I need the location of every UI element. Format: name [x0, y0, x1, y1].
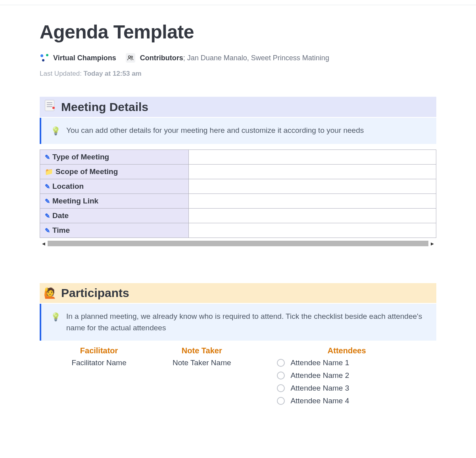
attendee-checkbox[interactable]: [277, 359, 285, 367]
meta-row: Virtual Champions Contributors; Jan Duan…: [40, 53, 436, 63]
svg-point-0: [128, 56, 130, 58]
attendee-name[interactable]: Attendee Name 3: [290, 384, 349, 393]
contributors-list: Jan Duane Manalo, Sweet Princess Matinin…: [187, 54, 329, 62]
pencil-icon: ✎: [45, 183, 50, 190]
attendee-checkbox[interactable]: [277, 372, 285, 379]
detail-label-cell[interactable]: ✎Type of Meeting: [40, 150, 189, 165]
top-divider: [0, 5, 476, 5]
bulb-icon: 💡: [51, 311, 61, 323]
detail-value-cell[interactable]: [188, 209, 436, 223]
detail-label: Time: [52, 226, 70, 234]
detail-label-cell[interactable]: ✎Time: [40, 223, 189, 238]
detail-label: Scope of Meeting: [56, 167, 118, 176]
pencil-icon: ✎: [45, 213, 50, 219]
facilitator-column: Facilitator Facilitator Name: [48, 346, 150, 409]
note-taker-label: Note Taker: [150, 346, 253, 355]
scroll-right-icon[interactable]: ►: [428, 240, 436, 247]
detail-label-cell[interactable]: ✎Date: [40, 209, 189, 223]
detail-value-cell[interactable]: [188, 179, 436, 194]
last-updated-label: Last Updated:: [40, 70, 82, 77]
attendee-checkbox[interactable]: [277, 384, 285, 392]
detail-value-cell[interactable]: [188, 194, 436, 209]
detail-label: Type of Meeting: [52, 153, 109, 161]
pencil-icon: ✎: [45, 227, 50, 234]
pencil-icon: ✎: [45, 154, 50, 161]
participants-grid: Facilitator Facilitator Name Note Taker …: [40, 346, 436, 409]
note-taker-column: Note Taker Note Taker Name: [150, 346, 253, 409]
section-title-participants: Participants: [61, 286, 129, 300]
attendee-name[interactable]: Attendee Name 2: [290, 371, 349, 380]
detail-label-cell[interactable]: 📁Scope of Meeting: [40, 165, 189, 179]
tip-box-participants: 💡 In a planned meeting, we already know …: [40, 304, 436, 341]
tip-box-meeting-details: 💡 You can add other details for your mee…: [40, 118, 436, 144]
page-title: Agenda Template: [40, 21, 436, 43]
bulb-icon: 💡: [51, 125, 61, 137]
tip-text-meeting-details: You can add other details for your meeti…: [66, 125, 364, 136]
scroll-thumb[interactable]: [48, 241, 428, 246]
table-row: 📁Scope of Meeting: [40, 165, 436, 179]
detail-label: Location: [52, 182, 84, 190]
document-container: Agenda Template Virtual Champions Contri…: [0, 21, 476, 409]
attendee-row: Attendee Name 3: [277, 384, 428, 393]
attendees-column: Attendees Attendee Name 1Attendee Name 2…: [253, 346, 428, 409]
section-header-participants: 🙋 Participants: [40, 283, 436, 303]
meeting-details-table: ✎Type of Meeting📁Scope of Meeting✎Locati…: [40, 149, 436, 238]
scroll-left-icon[interactable]: ◄: [40, 240, 48, 247]
facilitator-name[interactable]: Facilitator Name: [48, 358, 150, 367]
contributors-icon: [126, 53, 135, 63]
facilitator-label: Facilitator: [48, 346, 150, 355]
table-row: ✎Location: [40, 179, 436, 194]
detail-label: Date: [52, 211, 69, 220]
detail-value-cell[interactable]: [188, 150, 436, 165]
table-row: ✎Time: [40, 223, 436, 238]
last-updated: Last Updated: Today at 12:53 am: [40, 70, 436, 78]
table-row: ✎Date: [40, 209, 436, 223]
detail-value-cell[interactable]: [188, 165, 436, 179]
memo-icon: [44, 100, 56, 114]
section-title-meeting-details: Meeting Details: [61, 100, 148, 114]
tip-text-participants: In a planned meeting, we already know wh…: [66, 311, 427, 333]
detail-label: Meeting Link: [52, 197, 98, 205]
attendee-name[interactable]: Attendee Name 1: [290, 358, 349, 367]
raising-hand-icon: 🙋: [44, 287, 56, 299]
detail-label-cell[interactable]: ✎Location: [40, 179, 189, 194]
attendees-label: Attendees: [265, 346, 428, 355]
section-header-meeting-details: Meeting Details: [40, 97, 436, 117]
contributors-label: Contributors: [140, 54, 183, 62]
detail-label-cell[interactable]: ✎Meeting Link: [40, 194, 189, 209]
table-row: ✎Type of Meeting: [40, 150, 436, 165]
attendee-row: Attendee Name 2: [277, 371, 428, 380]
team-name: Virtual Champions: [53, 54, 116, 62]
team-logo-icon: [40, 54, 48, 62]
last-updated-value: Today at 12:53 am: [84, 70, 142, 77]
table-row: ✎Meeting Link: [40, 194, 436, 209]
svg-point-1: [131, 56, 132, 57]
folder-icon: 📁: [45, 168, 53, 176]
detail-value-cell[interactable]: [188, 223, 436, 238]
attendee-name[interactable]: Attendee Name 4: [290, 397, 349, 405]
attendee-row: Attendee Name 4: [277, 397, 428, 405]
pencil-icon: ✎: [45, 198, 50, 205]
attendee-checkbox[interactable]: [277, 397, 285, 405]
horizontal-scrollbar[interactable]: ◄ ►: [40, 240, 436, 247]
note-taker-name[interactable]: Note Taker Name: [150, 358, 253, 367]
attendee-row: Attendee Name 1: [277, 358, 428, 367]
